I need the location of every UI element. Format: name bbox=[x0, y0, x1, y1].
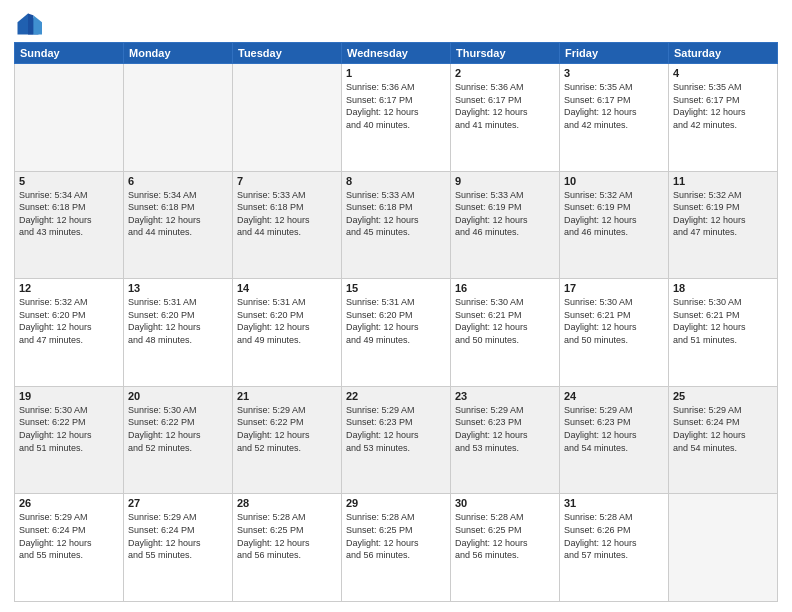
weekday-header-monday: Monday bbox=[124, 43, 233, 64]
calendar-cell bbox=[15, 64, 124, 172]
day-number: 22 bbox=[346, 390, 446, 402]
day-info: Sunrise: 5:31 AMSunset: 6:20 PMDaylight:… bbox=[346, 296, 446, 346]
day-info: Sunrise: 5:30 AMSunset: 6:22 PMDaylight:… bbox=[19, 404, 119, 454]
calendar-cell: 14Sunrise: 5:31 AMSunset: 6:20 PMDayligh… bbox=[233, 279, 342, 387]
logo bbox=[14, 10, 46, 38]
calendar-cell: 27Sunrise: 5:29 AMSunset: 6:24 PMDayligh… bbox=[124, 494, 233, 602]
day-info: Sunrise: 5:36 AMSunset: 6:17 PMDaylight:… bbox=[346, 81, 446, 131]
day-info: Sunrise: 5:30 AMSunset: 6:21 PMDaylight:… bbox=[673, 296, 773, 346]
calendar-cell: 8Sunrise: 5:33 AMSunset: 6:18 PMDaylight… bbox=[342, 171, 451, 279]
calendar-cell: 11Sunrise: 5:32 AMSunset: 6:19 PMDayligh… bbox=[669, 171, 778, 279]
calendar-cell: 30Sunrise: 5:28 AMSunset: 6:25 PMDayligh… bbox=[451, 494, 560, 602]
calendar-cell: 10Sunrise: 5:32 AMSunset: 6:19 PMDayligh… bbox=[560, 171, 669, 279]
day-info: Sunrise: 5:33 AMSunset: 6:18 PMDaylight:… bbox=[346, 189, 446, 239]
day-info: Sunrise: 5:34 AMSunset: 6:18 PMDaylight:… bbox=[128, 189, 228, 239]
calendar-cell: 3Sunrise: 5:35 AMSunset: 6:17 PMDaylight… bbox=[560, 64, 669, 172]
calendar-cell: 1Sunrise: 5:36 AMSunset: 6:17 PMDaylight… bbox=[342, 64, 451, 172]
weekday-header-saturday: Saturday bbox=[669, 43, 778, 64]
day-number: 16 bbox=[455, 282, 555, 294]
day-info: Sunrise: 5:32 AMSunset: 6:20 PMDaylight:… bbox=[19, 296, 119, 346]
day-number: 21 bbox=[237, 390, 337, 402]
day-info: Sunrise: 5:35 AMSunset: 6:17 PMDaylight:… bbox=[564, 81, 664, 131]
day-number: 3 bbox=[564, 67, 664, 79]
day-number: 15 bbox=[346, 282, 446, 294]
calendar-cell: 26Sunrise: 5:29 AMSunset: 6:24 PMDayligh… bbox=[15, 494, 124, 602]
calendar-table: SundayMondayTuesdayWednesdayThursdayFrid… bbox=[14, 42, 778, 602]
day-number: 23 bbox=[455, 390, 555, 402]
header bbox=[14, 10, 778, 38]
day-info: Sunrise: 5:29 AMSunset: 6:22 PMDaylight:… bbox=[237, 404, 337, 454]
day-number: 31 bbox=[564, 497, 664, 509]
day-number: 4 bbox=[673, 67, 773, 79]
day-number: 24 bbox=[564, 390, 664, 402]
logo-icon bbox=[14, 10, 42, 38]
day-number: 6 bbox=[128, 175, 228, 187]
day-info: Sunrise: 5:28 AMSunset: 6:25 PMDaylight:… bbox=[346, 511, 446, 561]
day-info: Sunrise: 5:33 AMSunset: 6:18 PMDaylight:… bbox=[237, 189, 337, 239]
calendar-week-5: 26Sunrise: 5:29 AMSunset: 6:24 PMDayligh… bbox=[15, 494, 778, 602]
day-number: 25 bbox=[673, 390, 773, 402]
day-number: 11 bbox=[673, 175, 773, 187]
day-info: Sunrise: 5:30 AMSunset: 6:22 PMDaylight:… bbox=[128, 404, 228, 454]
day-info: Sunrise: 5:34 AMSunset: 6:18 PMDaylight:… bbox=[19, 189, 119, 239]
day-number: 1 bbox=[346, 67, 446, 79]
day-info: Sunrise: 5:32 AMSunset: 6:19 PMDaylight:… bbox=[673, 189, 773, 239]
calendar-cell bbox=[124, 64, 233, 172]
calendar-cell: 2Sunrise: 5:36 AMSunset: 6:17 PMDaylight… bbox=[451, 64, 560, 172]
day-info: Sunrise: 5:29 AMSunset: 6:24 PMDaylight:… bbox=[128, 511, 228, 561]
day-info: Sunrise: 5:29 AMSunset: 6:24 PMDaylight:… bbox=[19, 511, 119, 561]
weekday-header-tuesday: Tuesday bbox=[233, 43, 342, 64]
calendar-cell: 17Sunrise: 5:30 AMSunset: 6:21 PMDayligh… bbox=[560, 279, 669, 387]
calendar-cell: 29Sunrise: 5:28 AMSunset: 6:25 PMDayligh… bbox=[342, 494, 451, 602]
calendar-cell: 4Sunrise: 5:35 AMSunset: 6:17 PMDaylight… bbox=[669, 64, 778, 172]
calendar-week-4: 19Sunrise: 5:30 AMSunset: 6:22 PMDayligh… bbox=[15, 386, 778, 494]
calendar-week-1: 1Sunrise: 5:36 AMSunset: 6:17 PMDaylight… bbox=[15, 64, 778, 172]
day-info: Sunrise: 5:29 AMSunset: 6:23 PMDaylight:… bbox=[564, 404, 664, 454]
day-number: 18 bbox=[673, 282, 773, 294]
calendar-cell bbox=[669, 494, 778, 602]
day-number: 28 bbox=[237, 497, 337, 509]
day-info: Sunrise: 5:28 AMSunset: 6:26 PMDaylight:… bbox=[564, 511, 664, 561]
day-info: Sunrise: 5:29 AMSunset: 6:23 PMDaylight:… bbox=[455, 404, 555, 454]
calendar-cell: 15Sunrise: 5:31 AMSunset: 6:20 PMDayligh… bbox=[342, 279, 451, 387]
day-number: 9 bbox=[455, 175, 555, 187]
day-number: 30 bbox=[455, 497, 555, 509]
day-number: 19 bbox=[19, 390, 119, 402]
calendar-cell: 19Sunrise: 5:30 AMSunset: 6:22 PMDayligh… bbox=[15, 386, 124, 494]
day-info: Sunrise: 5:29 AMSunset: 6:24 PMDaylight:… bbox=[673, 404, 773, 454]
calendar-cell: 13Sunrise: 5:31 AMSunset: 6:20 PMDayligh… bbox=[124, 279, 233, 387]
calendar-cell: 20Sunrise: 5:30 AMSunset: 6:22 PMDayligh… bbox=[124, 386, 233, 494]
calendar-cell: 5Sunrise: 5:34 AMSunset: 6:18 PMDaylight… bbox=[15, 171, 124, 279]
weekday-header-thursday: Thursday bbox=[451, 43, 560, 64]
weekday-header-row: SundayMondayTuesdayWednesdayThursdayFrid… bbox=[15, 43, 778, 64]
day-info: Sunrise: 5:28 AMSunset: 6:25 PMDaylight:… bbox=[237, 511, 337, 561]
day-number: 17 bbox=[564, 282, 664, 294]
day-info: Sunrise: 5:36 AMSunset: 6:17 PMDaylight:… bbox=[455, 81, 555, 131]
calendar-cell: 22Sunrise: 5:29 AMSunset: 6:23 PMDayligh… bbox=[342, 386, 451, 494]
day-info: Sunrise: 5:35 AMSunset: 6:17 PMDaylight:… bbox=[673, 81, 773, 131]
weekday-header-wednesday: Wednesday bbox=[342, 43, 451, 64]
day-info: Sunrise: 5:30 AMSunset: 6:21 PMDaylight:… bbox=[564, 296, 664, 346]
day-number: 29 bbox=[346, 497, 446, 509]
day-number: 27 bbox=[128, 497, 228, 509]
day-info: Sunrise: 5:30 AMSunset: 6:21 PMDaylight:… bbox=[455, 296, 555, 346]
day-number: 14 bbox=[237, 282, 337, 294]
calendar-cell: 25Sunrise: 5:29 AMSunset: 6:24 PMDayligh… bbox=[669, 386, 778, 494]
calendar-cell: 16Sunrise: 5:30 AMSunset: 6:21 PMDayligh… bbox=[451, 279, 560, 387]
weekday-header-sunday: Sunday bbox=[15, 43, 124, 64]
day-number: 20 bbox=[128, 390, 228, 402]
day-info: Sunrise: 5:33 AMSunset: 6:19 PMDaylight:… bbox=[455, 189, 555, 239]
day-number: 10 bbox=[564, 175, 664, 187]
weekday-header-friday: Friday bbox=[560, 43, 669, 64]
day-number: 26 bbox=[19, 497, 119, 509]
calendar-cell: 23Sunrise: 5:29 AMSunset: 6:23 PMDayligh… bbox=[451, 386, 560, 494]
day-number: 2 bbox=[455, 67, 555, 79]
calendar-cell: 7Sunrise: 5:33 AMSunset: 6:18 PMDaylight… bbox=[233, 171, 342, 279]
calendar-cell: 21Sunrise: 5:29 AMSunset: 6:22 PMDayligh… bbox=[233, 386, 342, 494]
day-info: Sunrise: 5:31 AMSunset: 6:20 PMDaylight:… bbox=[128, 296, 228, 346]
day-number: 5 bbox=[19, 175, 119, 187]
page: SundayMondayTuesdayWednesdayThursdayFrid… bbox=[0, 0, 792, 612]
calendar-cell bbox=[233, 64, 342, 172]
day-info: Sunrise: 5:31 AMSunset: 6:20 PMDaylight:… bbox=[237, 296, 337, 346]
calendar-week-2: 5Sunrise: 5:34 AMSunset: 6:18 PMDaylight… bbox=[15, 171, 778, 279]
